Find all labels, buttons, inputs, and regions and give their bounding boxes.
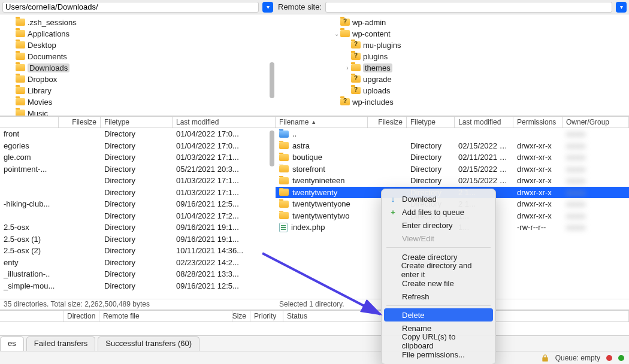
local-site-dropdown[interactable]: ▾ bbox=[262, 2, 273, 13]
cell-filename: -hiking-club... bbox=[0, 199, 59, 208]
table-row[interactable]: 2.5-osx Directory 09/16/2021 19:1... bbox=[0, 222, 276, 233]
col-filesize[interactable]: Filesize bbox=[368, 117, 407, 128]
table-row[interactable]: enty Directory 02/23/2022 14:2... bbox=[0, 257, 276, 269]
col-owner[interactable]: Owner/Group bbox=[563, 117, 629, 128]
status-dot-green bbox=[618, 355, 624, 361]
tree-item[interactable]: mu-plugins bbox=[276, 40, 629, 51]
table-row[interactable]: gle.com Directory 01/03/2022 17:1... bbox=[0, 151, 276, 163]
table-row[interactable]: Directory 01/03/2022 17:1... bbox=[0, 175, 276, 187]
menu-item[interactable]: Enter directory bbox=[382, 219, 495, 232]
tree-item[interactable]: Library bbox=[0, 85, 276, 96]
cell-modified: 01/04/2022 17:0... bbox=[173, 129, 276, 138]
table-row[interactable]: -hiking-club... Directory 09/16/2021 12:… bbox=[0, 198, 276, 210]
col-remotefile[interactable]: Remote file bbox=[99, 311, 232, 321]
cell-owner: xxxxx bbox=[563, 199, 629, 208]
table-row[interactable]: 2.5-osx (2) Directory 10/11/2021 14:36..… bbox=[0, 245, 276, 257]
tree-item[interactable]: .zsh_sessions bbox=[0, 17, 276, 28]
table-row[interactable]: egories Directory 01/04/2022 17:0... bbox=[0, 140, 276, 152]
table-row[interactable]: 2.5-osx (1) Directory 09/16/2021 19:1... bbox=[0, 233, 276, 245]
tree-item[interactable]: Documents bbox=[0, 51, 276, 62]
cell-filetype: Directory bbox=[101, 246, 173, 255]
col-size[interactable]: Size bbox=[232, 311, 250, 321]
col-filesize[interactable]: Filesize bbox=[59, 117, 101, 128]
cell-filename: pointment-... bbox=[0, 165, 59, 174]
col-filename[interactable]: Filename▲ bbox=[276, 117, 368, 128]
local-columns[interactable]: Filesize Filetype Last modified bbox=[0, 116, 276, 128]
table-row[interactable]: .. xxxxx bbox=[276, 128, 629, 140]
cell-permissions: drwxr-xr-x bbox=[513, 176, 563, 185]
folder-icon bbox=[16, 53, 25, 61]
cell-modified: 09/16/2021 12:5... bbox=[173, 281, 276, 290]
expander-icon[interactable]: › bbox=[344, 65, 351, 71]
menu-item[interactable]: ↓Download bbox=[382, 192, 495, 205]
table-row[interactable]: astra Directory 02/15/2022 1... drwxr-xr… bbox=[276, 140, 629, 152]
local-site-input[interactable] bbox=[2, 2, 259, 13]
menu-item[interactable]: Create directory and enter it bbox=[382, 263, 495, 277]
menu-item[interactable]: Copy URL(s) to clipboard bbox=[382, 335, 495, 348]
col-permissions[interactable]: Permissions bbox=[513, 117, 563, 128]
cell-filename: twentytwentyone bbox=[276, 199, 368, 208]
cell-permissions: drwxr-xr-x bbox=[513, 188, 563, 197]
tree-item[interactable]: ›themes bbox=[276, 62, 629, 74]
col-lastmodified[interactable]: Last modified bbox=[455, 117, 513, 128]
tree-item[interactable]: uploads bbox=[276, 85, 629, 96]
remote-site-dropdown[interactable]: ▾ bbox=[616, 2, 627, 13]
expander-icon[interactable]: ⌄ bbox=[333, 31, 340, 37]
local-rows[interactable]: front Directory 01/04/2022 17:0... egori… bbox=[0, 128, 276, 299]
tree-item[interactable]: plugins bbox=[276, 51, 629, 62]
tree-item[interactable]: Desktop bbox=[0, 40, 276, 51]
tree-item[interactable]: Music bbox=[0, 108, 276, 116]
table-row[interactable]: Directory 01/03/2022 17:1... bbox=[0, 187, 276, 199]
folder-icon bbox=[279, 154, 289, 161]
tree-item[interactable]: wp-admin bbox=[276, 17, 629, 28]
tab-queued[interactable]: es bbox=[0, 336, 24, 351]
remote-tree[interactable]: wp-admin⌄wp-contentmu-pluginsplugins›the… bbox=[276, 14, 629, 116]
cell-filename: 2.5-osx (1) bbox=[0, 235, 59, 244]
remote-columns[interactable]: Filename▲ Filesize Filetype Last modifie… bbox=[276, 116, 629, 128]
cell-modified: 02/15/2022 1... bbox=[455, 176, 513, 185]
tree-item-label: themes bbox=[363, 63, 392, 72]
tree-item[interactable]: Downloads bbox=[0, 62, 276, 74]
menu-item[interactable]: Delete bbox=[384, 308, 493, 321]
folder-icon bbox=[279, 131, 289, 138]
tree-item[interactable]: wp-includes bbox=[276, 96, 629, 108]
cell-owner: xxxxx bbox=[563, 211, 629, 220]
col-filetype[interactable]: Filetype bbox=[407, 117, 455, 128]
context-menu[interactable]: ↓Download+Add files to queueEnter direct… bbox=[381, 189, 496, 364]
col-priority[interactable]: Priority bbox=[250, 311, 283, 321]
col-direction[interactable]: Direction bbox=[63, 311, 99, 321]
tab-successful[interactable]: Successful transfers (60) bbox=[98, 336, 199, 351]
tab-failed[interactable]: Failed transfers bbox=[26, 336, 96, 351]
cell-filetype: Directory bbox=[101, 141, 173, 150]
col-filetype[interactable]: Filetype bbox=[101, 117, 173, 128]
tree-item-label: wp-content bbox=[352, 29, 391, 38]
tree-item[interactable]: Dropbox bbox=[0, 74, 276, 85]
col-filename[interactable] bbox=[0, 117, 59, 128]
cell-filename: front bbox=[0, 129, 59, 138]
menu-item[interactable]: Refresh bbox=[382, 290, 495, 303]
table-row[interactable]: twentynineteen Directory 02/15/2022 1...… bbox=[276, 175, 629, 187]
scrollbar-thumb[interactable] bbox=[270, 131, 274, 166]
cell-modified: 01/03/2022 17:1... bbox=[173, 176, 276, 185]
queue-columns[interactable]: Direction Remote file Size Priority Stat… bbox=[0, 310, 629, 322]
col-lastmodified[interactable]: Last modified bbox=[173, 117, 276, 128]
remote-site-input[interactable] bbox=[325, 2, 612, 13]
queue-status-label: Queue: empty bbox=[555, 354, 600, 362]
table-row[interactable]: storefront Directory 02/15/2022 1... drw… bbox=[276, 163, 629, 175]
local-tree[interactable]: .zsh_sessionsApplicationsDesktopDocument… bbox=[0, 14, 276, 116]
table-row[interactable]: front Directory 01/04/2022 17:0... bbox=[0, 128, 276, 140]
col-serverlocal[interactable] bbox=[0, 311, 63, 321]
table-row[interactable]: boutique Directory 02/11/2021 1... drwxr… bbox=[276, 151, 629, 163]
tree-item[interactable]: upgrade bbox=[276, 74, 629, 85]
tree-item[interactable]: Applications bbox=[0, 28, 276, 40]
table-row[interactable]: pointment-... Directory 05/21/2021 20:3.… bbox=[0, 163, 276, 175]
scrollbar-thumb[interactable] bbox=[270, 62, 274, 98]
table-row[interactable]: Directory 01/04/2022 17:2... bbox=[0, 210, 276, 222]
menu-item-icon: + bbox=[389, 208, 397, 217]
menu-item[interactable]: +Add files to queue bbox=[382, 205, 495, 219]
table-row[interactable]: _simple-mou... Directory 09/16/2021 12:5… bbox=[0, 280, 276, 292]
table-row[interactable]: _illustration-.. Directory 08/28/2021 13… bbox=[0, 268, 276, 280]
tree-item[interactable]: ⌄wp-content bbox=[276, 28, 629, 40]
tree-item[interactable]: Movies bbox=[0, 96, 276, 108]
queue-body[interactable] bbox=[0, 322, 629, 335]
